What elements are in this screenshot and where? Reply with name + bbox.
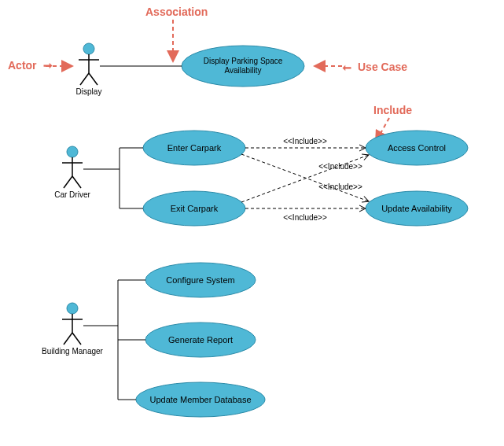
svg-point-0 (83, 43, 94, 54)
svg-line-9 (72, 176, 81, 188)
svg-line-14 (72, 333, 81, 345)
actor-building-manager: Building Manager (42, 303, 103, 356)
association-manager-memberdb (118, 340, 136, 400)
annotation-usecase: Use Case (358, 61, 407, 73)
include-enter-update (241, 154, 369, 201)
usecase-access-control-label: Access Control (388, 143, 446, 153)
usecase-update-availability-label: Update Availability (381, 204, 452, 213)
usecase-display-availability-label-2: Availability (224, 66, 261, 75)
svg-line-8 (64, 176, 72, 188)
svg-point-10 (67, 303, 78, 314)
usecase-generate-report-label: Generate Report (168, 335, 233, 345)
association-manager-report (118, 326, 145, 340)
actor-car-driver: Car Driver (54, 146, 90, 199)
include-enter-access-label: <<Include>> (283, 137, 327, 146)
actor-display: Display (76, 43, 102, 96)
actor-car-driver-label: Car Driver (54, 190, 90, 199)
annotation-arrow-icon-2: ➞ (342, 62, 351, 75)
actor-display-label: Display (76, 87, 102, 96)
use-case-diagram: Association Actor ➞ ➞ Use Case Include D… (0, 0, 504, 446)
annotation-association: Association (145, 6, 208, 18)
svg-line-3 (80, 73, 89, 85)
actor-building-manager-label: Building Manager (42, 347, 103, 356)
association-manager-configure (83, 280, 145, 326)
association-driver-enter (83, 148, 143, 169)
svg-line-4 (89, 73, 97, 85)
usecase-enter-carpark-label: Enter Carpark (167, 143, 222, 153)
include-exit-update-label: <<Include>> (283, 213, 327, 222)
usecase-exit-carpark-label: Exit Carpark (171, 204, 219, 213)
include-enter-update-label: <<Include>> (318, 162, 362, 171)
svg-line-13 (64, 333, 72, 345)
association-driver-exit (120, 169, 143, 208)
usecase-configure-system-label: Configure System (166, 275, 234, 285)
usecase-display-availability-label-1: Display Parking Space (204, 57, 283, 65)
svg-point-5 (67, 146, 78, 157)
usecase-update-member-db-label: Update Member Database (149, 395, 251, 404)
annotation-include: Include (373, 104, 412, 116)
annotation-actor: Actor (8, 59, 37, 72)
include-exit-access-label: <<Include>> (318, 182, 362, 191)
